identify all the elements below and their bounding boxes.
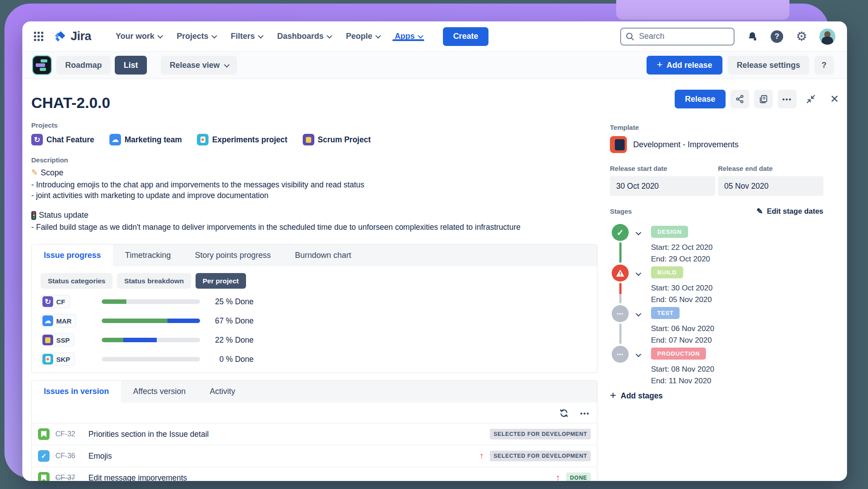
- progress-row-skp: SKP 0 % Done: [41, 353, 588, 365]
- notifications-icon[interactable]: [746, 30, 759, 43]
- description-body: ✎ Scope - Introducing emojis to the chat…: [31, 167, 597, 232]
- stage-badge-build[interactable]: BUILD: [651, 266, 683, 278]
- issues-tabbar: Issues in version Affects version Activi…: [32, 381, 597, 402]
- chevron-down-icon[interactable]: [636, 270, 642, 276]
- stage-item-test: ••• TEST Start: 06 Nov 2020 End: 07 Nov …: [610, 305, 823, 346]
- tab-activity[interactable]: Activity: [198, 381, 247, 402]
- stage-item-production: ••• PRODUCTION Start: 08 Nov 2020 End: 1…: [610, 346, 823, 386]
- stage-badge-test[interactable]: TEST: [651, 307, 680, 319]
- status-badge[interactable]: DONE: [566, 472, 591, 481]
- add-stages-button[interactable]: + Add stages: [610, 391, 823, 401]
- release-actions: Release ••• ✕: [610, 90, 844, 108]
- filter-status-breakdown[interactable]: Status breakdown: [117, 273, 191, 289]
- chevron-down-icon[interactable]: [636, 352, 642, 357]
- project-chip-scrum[interactable]: Scrum Project: [303, 134, 371, 145]
- share-icon[interactable]: [730, 90, 749, 108]
- chevron-down-icon[interactable]: [636, 230, 642, 236]
- tab-story-points-progress[interactable]: Story points progress: [183, 244, 283, 266]
- template-name: Development - Improvements: [633, 140, 739, 149]
- issue-row[interactable]: CF-37 Edit message imporvements ↑ DONE: [32, 467, 597, 481]
- issue-summary[interactable]: Priorities section in the Issue detail: [88, 430, 209, 439]
- status-update-heading: Status update: [31, 210, 597, 221]
- stage-done-icon[interactable]: ✓: [612, 224, 629, 241]
- priority-up-icon: ↑: [556, 473, 560, 481]
- memo-icon: ✎: [31, 167, 38, 178]
- search-input[interactable]: [620, 28, 734, 46]
- progress-tabbar: Issue progress Timetracking Story points…: [32, 244, 597, 266]
- app-tile-icon[interactable]: [32, 55, 52, 75]
- nav-right-group: ? ⚙: [620, 21, 835, 51]
- issue-summary[interactable]: Emojis: [88, 452, 112, 461]
- issue-row[interactable]: CF-32 Priorities section in the Issue de…: [32, 423, 597, 445]
- scrum-project-icon: [42, 335, 53, 345]
- create-button[interactable]: Create: [443, 27, 488, 46]
- jira-logo[interactable]: Jira: [53, 29, 91, 44]
- progress-row-ssp: SSP 22 % Done: [41, 334, 588, 346]
- template-row[interactable]: Development - Improvements: [610, 136, 823, 153]
- nav-item-projects[interactable]: Projects: [169, 32, 223, 41]
- more-actions-icon[interactable]: •••: [580, 410, 590, 417]
- tab-issues-in-version[interactable]: Issues in version: [32, 381, 121, 402]
- stage-failed-icon[interactable]: [612, 265, 629, 282]
- project-pill-ssp[interactable]: SSP: [41, 333, 75, 347]
- priority-up-icon: ↑: [480, 451, 484, 461]
- progress-value-ssp: 22 % Done: [200, 336, 254, 345]
- nav-item-your-work[interactable]: Your work: [108, 32, 169, 41]
- refresh-icon[interactable]: [559, 408, 569, 419]
- status-badge[interactable]: SELECTED FOR DEVELOPMENT: [490, 429, 591, 439]
- project-chip-marketing-team[interactable]: ☁ Marketing team: [109, 134, 182, 145]
- traffic-light-icon: [31, 211, 36, 220]
- stage-badge-design[interactable]: DESIGN: [651, 226, 688, 238]
- stages-timeline: ✓ DESIGN Start: 22 Oct 2020 End: 29 Oct …: [610, 224, 823, 386]
- issue-summary[interactable]: Edit message imporvements: [88, 473, 187, 481]
- nav-item-apps[interactable]: Apps: [387, 32, 430, 41]
- chat-feature-project-icon: ↻: [31, 134, 43, 145]
- project-pill-skp[interactable]: SKP: [41, 352, 75, 366]
- tab-issue-progress[interactable]: Issue progress: [32, 244, 113, 266]
- tab-affects-version[interactable]: Affects version: [121, 381, 198, 402]
- status-badge[interactable]: SELECTED FOR DEVELOPMENT: [490, 451, 591, 461]
- list-button[interactable]: List: [115, 56, 147, 75]
- nav-item-people[interactable]: People: [338, 32, 387, 41]
- nav-item-filters[interactable]: Filters: [223, 32, 270, 41]
- release-notes-icon[interactable]: [754, 90, 773, 108]
- stages-label: Stages: [610, 207, 632, 215]
- add-release-button[interactable]: + Add release: [647, 56, 722, 75]
- release-start-date-field[interactable]: 30 Oct 2020: [610, 176, 715, 196]
- project-chip-experiments[interactable]: Experiments project: [197, 134, 287, 145]
- more-actions-icon[interactable]: •••: [778, 90, 797, 108]
- issue-row[interactable]: ✓ CF-36 Emojis ↑ SELECTED FOR DEVELOPMEN…: [32, 445, 597, 467]
- project-pill-mar[interactable]: ☁MAR: [41, 314, 76, 327]
- progress-value-cf: 25 % Done: [200, 297, 254, 307]
- stage-connector: [619, 242, 622, 263]
- filter-per-project[interactable]: Per project: [196, 273, 246, 289]
- stage-badge-production[interactable]: PRODUCTION: [651, 348, 706, 360]
- release-dates: Release start date 30 Oct 2020 Release e…: [610, 165, 823, 196]
- project-chip-chat-feature[interactable]: ↻ Chat Feature: [31, 134, 94, 145]
- status-line: - Failed build stage as we didn't manage…: [31, 222, 597, 232]
- tab-timetracking[interactable]: Timetracking: [113, 244, 183, 266]
- release-button[interactable]: Release: [675, 90, 726, 108]
- user-avatar[interactable]: [819, 29, 835, 45]
- settings-gear-icon[interactable]: ⚙: [795, 30, 808, 43]
- nav-item-dashboards[interactable]: Dashboards: [270, 32, 338, 41]
- edit-stage-dates-button[interactable]: ✎ Edit stage dates: [756, 207, 823, 216]
- release-settings-button[interactable]: Release settings: [728, 56, 809, 75]
- app-switcher-icon[interactable]: [32, 30, 46, 43]
- roadmap-button[interactable]: Roadmap: [56, 56, 111, 75]
- tab-burndown-chart[interactable]: Burndown chart: [283, 244, 363, 266]
- project-chips: ↻ Chat Feature ☁ Marketing team Experime…: [31, 134, 597, 145]
- collapse-icon[interactable]: [801, 90, 820, 108]
- chevron-down-icon[interactable]: [636, 311, 642, 317]
- help-icon[interactable]: ?: [770, 30, 784, 43]
- release-view-dropdown[interactable]: Release view: [161, 56, 237, 75]
- stage-dates: Start: 08 Nov 2020 End: 11 Nov 2020: [651, 364, 823, 386]
- toolbar-help-button[interactable]: ?: [814, 56, 834, 75]
- close-icon[interactable]: ✕: [825, 90, 844, 108]
- release-end-date-field[interactable]: 05 Nov 2020: [718, 176, 823, 196]
- filter-status-categories[interactable]: Status categories: [41, 273, 113, 289]
- project-pill-cf[interactable]: ↻CF: [41, 295, 70, 308]
- issue-key: CF-32: [55, 430, 88, 438]
- stage-pending-icon[interactable]: •••: [612, 346, 629, 363]
- stage-pending-icon[interactable]: •••: [612, 305, 629, 322]
